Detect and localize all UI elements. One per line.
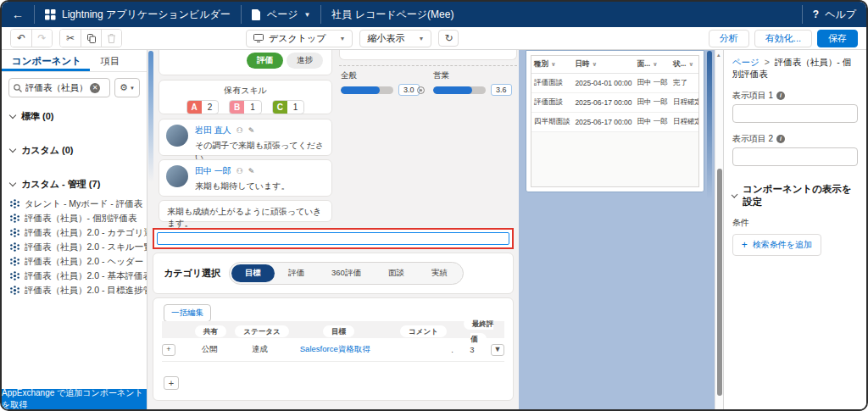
score-bar <box>433 86 486 94</box>
toggle-progress-button[interactable]: 進捗 <box>287 53 323 69</box>
commenter-name-link[interactable]: 田中 一郎 <box>195 165 231 177</box>
info-icon: i <box>776 92 785 100</box>
canvas-scrollbar-thumb[interactable] <box>148 51 153 182</box>
search-input[interactable] <box>25 83 86 93</box>
region-scrollbar-thumb[interactable] <box>707 51 712 199</box>
chevron-down-icon: ∨ <box>551 61 556 67</box>
scrolled-card-fragment <box>339 50 517 60</box>
pages-menu[interactable]: ページ▼ <box>242 2 320 27</box>
search-icon <box>14 84 22 92</box>
column-header[interactable]: 状...∨ <box>670 56 699 74</box>
component-list-item[interactable]: 評価表（社員）2.0 - 基本評価表 <box>10 269 147 283</box>
segment-goal[interactable]: 目標 <box>231 264 275 282</box>
analyze-button[interactable]: 分析 <box>709 30 749 47</box>
toggle-evaluation-button[interactable]: 評価 <box>247 53 283 69</box>
main-scrollbar[interactable]: ▲ <box>715 50 723 409</box>
visibility-section-toggle[interactable]: コンポーネントの表示を設定 <box>732 183 858 208</box>
appexchange-banner[interactable]: AppExchange で追加コンポーネントを取得 <box>2 389 147 409</box>
evaluation-toggle-card: 評価 進捗 <box>159 50 332 75</box>
segment-results[interactable]: 実績 <box>418 264 461 282</box>
component-list-item[interactable]: 評価表（社員）2.0 - スキル一覧 <box>10 240 147 254</box>
selected-component-highlight[interactable] <box>153 228 514 249</box>
redo-button[interactable]: ↷ <box>31 30 52 47</box>
help-menu[interactable]: ? ヘルプ <box>803 2 866 27</box>
user-icon[interactable]: ⚇ <box>236 126 243 135</box>
comment-card: 岩田 直人 ⚇ ✎ その調子で来期も頑張ってください。 <box>159 119 332 156</box>
interview-row: 四半期面談 2025-06-17 00:00 田中 一郎 日程確定 ▼ <box>531 113 699 132</box>
component-search[interactable]: ✕ <box>8 78 110 97</box>
score-label: 営業 <box>433 70 514 81</box>
page-canvas: 評価 進捗 保有スキル A2 B1 C1 岩田 直人 ⚇ ✎ <box>147 50 519 409</box>
segment-evaluation[interactable]: 評価 <box>275 264 318 282</box>
save-button[interactable]: 保存 <box>817 30 858 47</box>
column-header: 目標 <box>323 325 354 337</box>
component-list-item[interactable]: 評価表（社員）2.0 - 目標進捗管理 <box>10 283 147 297</box>
edit-icon[interactable]: ✎ <box>248 167 255 175</box>
goal-share: 公開 <box>186 344 232 355</box>
activate-button[interactable]: 有効化... <box>754 30 812 47</box>
component-list-item[interactable]: タレント - Myボード - 評価表（社... <box>10 197 147 211</box>
add-filter-button[interactable]: + 検索条件を追加 <box>732 234 821 256</box>
spinner-icon <box>417 86 425 94</box>
grid-icon <box>45 9 56 20</box>
expand-row-button[interactable]: + <box>162 344 175 356</box>
chevron-down-icon: ∨ <box>688 61 693 67</box>
section-custom-managed[interactable]: カスタム - 管理 (7) <box>2 170 147 194</box>
individual-evaluation-component[interactable] <box>157 232 509 245</box>
edit-icon[interactable]: ✎ <box>248 126 255 135</box>
main-scrollbar-thumb[interactable] <box>717 169 722 396</box>
clear-search-icon[interactable]: ✕ <box>90 83 100 93</box>
column-header[interactable]: 日時∨ <box>572 56 634 74</box>
row-menu-button[interactable]: ▼ <box>491 344 504 356</box>
chevron-down-icon <box>731 192 737 198</box>
section-custom[interactable]: カスタム (0) <box>2 136 147 160</box>
region-divider <box>339 65 517 66</box>
score-value: 3.6 <box>491 84 512 96</box>
breadcrumb: ページ > 評価表（社員）- 個別評価表 <box>732 57 858 80</box>
condition-label: 条件 <box>732 217 858 229</box>
category-selector-card: カテゴリ選択 目標 評価 360評価 面談 実績 <box>153 253 514 294</box>
chevron-down-icon: ▼ <box>303 11 310 19</box>
bulk-edit-button[interactable]: 一括編集 <box>164 304 211 322</box>
chevron-down-icon: ▼ <box>130 86 135 91</box>
cut-button[interactable]: ✂ <box>60 30 81 47</box>
add-goal-button[interactable]: + <box>164 376 179 390</box>
skill-badge-b: B1 <box>229 100 262 114</box>
user-icon[interactable]: ⚇ <box>236 167 243 175</box>
custom-component-icon <box>10 286 19 295</box>
components-sidebar: コンポーネント 項目 ✕ ⚙▼ 標準 (0) カスタム (0) カスタム - 管… <box>2 50 147 409</box>
tab-fields[interactable]: 項目 <box>90 50 128 71</box>
back-button[interactable]: ← <box>2 2 34 27</box>
self-comment-card: 来期も成績が上がるように頑張っていきます。 <box>159 200 332 222</box>
score-bar <box>341 86 393 94</box>
delete-button[interactable] <box>101 30 121 47</box>
display-field-1-input[interactable] <box>732 104 858 123</box>
segment-interview[interactable]: 面談 <box>375 264 418 282</box>
segment-360[interactable]: 360評価 <box>318 264 375 282</box>
device-selector[interactable]: デスクトップ▼ <box>246 30 353 47</box>
view-selector[interactable]: 縮小表示▼ <box>359 30 431 47</box>
section-standard[interactable]: 標準 (0) <box>2 103 147 126</box>
app-window: ← Lightning アプリケーションビルダー ページ▼ 社員 レコードページ… <box>0 0 868 411</box>
scroll-up-icon[interactable]: ▲ <box>716 53 721 58</box>
breadcrumb-page-link[interactable]: ページ <box>732 57 760 67</box>
column-header[interactable]: 面...∨ <box>635 56 670 74</box>
field-label: 表示項目 1 <box>732 90 773 102</box>
breadcrumb-separator: > <box>765 57 770 67</box>
commenter-name-link[interactable]: 岩田 直人 <box>195 125 231 136</box>
settings-dropdown-button[interactable]: ⚙▼ <box>114 78 140 97</box>
copy-button[interactable] <box>81 30 101 47</box>
display-field-2-input[interactable] <box>732 147 858 166</box>
category-selector-label: カテゴリ選択 <box>164 267 220 280</box>
goal-link[interactable]: Salesforce資格取得 <box>300 344 370 353</box>
undo-button[interactable]: ↶ <box>11 30 31 47</box>
column-header[interactable]: 種別∨ <box>531 56 573 74</box>
component-list-item[interactable]: 評価表（社員）- 個別評価表 <box>10 211 147 225</box>
tab-components[interactable]: コンポーネント <box>2 50 90 71</box>
chevron-down-icon: ▼ <box>340 36 346 42</box>
component-list-item[interactable]: 評価表（社員）2.0 - ヘッダー（※... <box>10 254 147 269</box>
component-list-item[interactable]: 評価表（社員）2.0 - カテゴリ選択 <box>10 225 147 240</box>
chevron-down-icon <box>9 112 16 119</box>
skill-badge-a: A2 <box>186 100 220 114</box>
refresh-button[interactable]: ↻ <box>438 30 459 47</box>
